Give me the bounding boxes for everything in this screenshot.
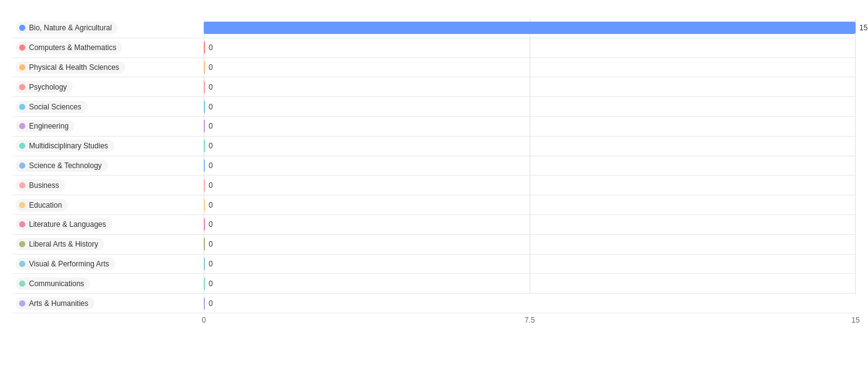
bar-label-pill: Bio, Nature & Agricultural	[15, 22, 118, 34]
bar-label-area: Multidisciplinary Studies	[12, 140, 204, 152]
bar-value-area: 0	[204, 38, 856, 57]
bar-label-area: Arts & Humanities	[12, 297, 204, 310]
bar-label-area: Literature & Languages	[12, 218, 204, 231]
bar-label-text: Communications	[29, 279, 84, 288]
bar	[204, 81, 205, 93]
bar-label-text: Computers & Mathematics	[29, 43, 116, 52]
bar-label-text: Social Sciences	[29, 103, 81, 111]
color-dot	[19, 221, 25, 227]
bar-value-area: 0	[204, 137, 856, 156]
bar-value-text: 0	[209, 83, 213, 91]
color-dot	[19, 25, 25, 31]
bar-row: Engineering0	[12, 117, 856, 137]
bar-label-pill: Science & Technology	[15, 159, 108, 172]
bar-value-text: 0	[209, 181, 213, 190]
bar-row: Social Sciences0	[12, 97, 856, 117]
bar	[204, 199, 205, 211]
bar	[204, 22, 856, 34]
bar-label-area: Psychology	[12, 81, 204, 93]
color-dot	[19, 104, 25, 110]
color-dot	[19, 281, 25, 287]
bar-value-area: 0	[204, 235, 856, 254]
bar-label-pill: Education	[15, 199, 68, 211]
bar	[204, 238, 205, 250]
bar-label-pill: Multidisciplinary Studies	[15, 140, 114, 152]
bar-label-text: Science & Technology	[29, 161, 102, 170]
color-dot	[19, 123, 25, 129]
x-axis-tick: 7.5	[525, 316, 535, 324]
bar-value-text: 0	[209, 220, 213, 229]
bar-label-text: Engineering	[29, 122, 69, 130]
bar	[204, 101, 205, 113]
bar-row: Arts & Humanities0	[12, 294, 856, 313]
bar-row: Psychology0	[12, 77, 856, 97]
bar-value-area: 0	[204, 156, 856, 176]
bar-label-pill: Liberal Arts & History	[15, 238, 104, 250]
bar-label-pill: Literature & Languages	[15, 218, 112, 231]
bar	[204, 41, 205, 54]
bar-row: Computers & Mathematics0	[12, 38, 856, 58]
bar-label-text: Education	[29, 201, 62, 210]
bar	[204, 258, 205, 270]
bar-value-area: 0	[204, 77, 856, 96]
bar-label-area: Communications	[12, 278, 204, 290]
bar-label-pill: Arts & Humanities	[15, 297, 94, 310]
bar-label-area: Education	[12, 199, 204, 211]
bar-label-area: Business	[12, 179, 204, 192]
bar-label-area: Computers & Mathematics	[12, 41, 204, 54]
bar	[204, 61, 205, 74]
bars-section: Bio, Nature & Agricultural15Computers & …	[12, 19, 856, 313]
bar-value-area: 0	[204, 215, 856, 234]
bar-value-text: 0	[209, 103, 213, 111]
bar-value-text: 0	[209, 122, 213, 130]
bar-value-text: 0	[209, 201, 213, 210]
bar-label-area: Liberal Arts & History	[12, 238, 204, 250]
color-dot	[19, 163, 25, 169]
bar-row: Visual & Performing Arts0	[12, 255, 856, 274]
x-axis-tick: 0	[202, 316, 206, 324]
bar-value-area: 0	[204, 274, 856, 293]
color-dot	[19, 45, 25, 51]
bar-label-area: Social Sciences	[12, 101, 204, 113]
rows-container: Bio, Nature & Agricultural15Computers & …	[12, 19, 856, 313]
bar-value-area: 0	[204, 97, 856, 116]
bar-label-area: Engineering	[12, 120, 204, 132]
bar-label-area: Science & Technology	[12, 159, 204, 172]
bar-value-area: 15	[204, 19, 867, 38]
bar-row: Literature & Languages0	[12, 215, 856, 235]
bar-label-text: Bio, Nature & Agricultural	[29, 23, 112, 32]
bar-value-text: 0	[209, 43, 213, 52]
bar-value-text: 0	[209, 142, 213, 150]
bar-label-pill: Social Sciences	[15, 101, 88, 113]
bar-label-area: Physical & Health Sciences	[12, 61, 204, 74]
bar-row: Communications0	[12, 274, 856, 294]
bar-value-area: 0	[204, 176, 856, 195]
bar-value-text: 0	[209, 260, 213, 268]
bar	[204, 297, 205, 310]
bar	[204, 179, 205, 192]
bar-value-text: 0	[209, 63, 213, 72]
bar	[204, 278, 205, 290]
bar-value-area: 0	[204, 117, 856, 136]
bar-label-area: Bio, Nature & Agricultural	[12, 22, 204, 34]
color-dot	[19, 84, 25, 90]
x-axis: 07.515	[204, 316, 856, 328]
bar-row: Liberal Arts & History0	[12, 235, 856, 255]
bar-label-pill: Computers & Mathematics	[15, 41, 122, 54]
bar-label-text: Liberal Arts & History	[29, 240, 98, 248]
x-axis-tick: 15	[851, 316, 859, 324]
color-dot	[19, 241, 25, 247]
bar-label-pill: Communications	[15, 278, 90, 290]
bar-value-area: 0	[204, 255, 856, 274]
bar-label-pill: Psychology	[15, 81, 73, 93]
bar	[204, 140, 205, 152]
bar-row: Business0	[12, 176, 856, 195]
bar	[204, 218, 205, 231]
bar-value-text: 15	[859, 23, 867, 32]
color-dot	[19, 143, 25, 149]
bar	[204, 159, 205, 172]
bar-value-text: 0	[209, 161, 213, 170]
bar	[204, 120, 205, 132]
chart-area: Bio, Nature & Agricultural15Computers & …	[12, 19, 856, 328]
bar-label-text: Multidisciplinary Studies	[29, 142, 108, 150]
